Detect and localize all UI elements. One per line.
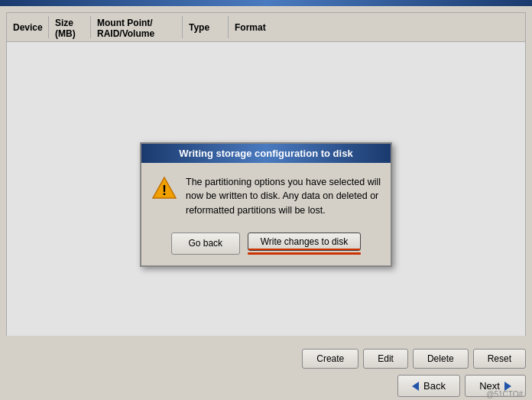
edit-button[interactable]: Edit [363, 349, 408, 369]
col-header-format: Format [229, 16, 282, 38]
table-header: Device Size (MB) Mount Point/ RAID/Volum… [7, 13, 525, 42]
back-arrow-icon [412, 382, 419, 391]
col-header-type: Type [183, 16, 229, 38]
action-buttons: Create Edit Delete Reset [6, 349, 526, 369]
create-button[interactable]: Create [302, 349, 358, 369]
main-container: Device Size (MB) Mount Point/ RAID/Volum… [6, 12, 526, 368]
dialog-message: The partitioning options you have select… [186, 175, 381, 216]
col-header-mount: Mount Point/ RAID/Volume [91, 16, 183, 38]
dialog: Writing storage configuration to disk ! … [140, 142, 392, 266]
back-label: Back [423, 380, 446, 392]
col-header-size: Size (MB) [49, 16, 91, 38]
next-arrow-icon [504, 382, 511, 391]
go-back-button[interactable]: Go back [171, 233, 240, 255]
dialog-title: Writing storage configuration to disk [141, 144, 391, 163]
warning-icon: ! [151, 175, 178, 203]
back-button[interactable]: Back [397, 375, 460, 397]
write-changes-button[interactable]: Write changes to disk [248, 233, 362, 251]
top-bar [0, 0, 532, 6]
table-content: Writing storage configuration to disk ! … [7, 42, 525, 367]
watermark: @51CTO# [486, 390, 523, 398]
col-header-device: Device [7, 16, 49, 38]
svg-text:!: ! [162, 183, 167, 198]
dialog-body: ! The partitioning options you have sele… [141, 163, 391, 226]
reset-button[interactable]: Reset [473, 349, 526, 369]
dialog-buttons: Go back Write changes to disk [141, 226, 391, 265]
bottom-bar: Create Edit Delete Reset Back Next @51CT… [0, 336, 532, 400]
dialog-overlay: Writing storage configuration to disk ! … [7, 42, 525, 367]
delete-button[interactable]: Delete [413, 349, 469, 369]
